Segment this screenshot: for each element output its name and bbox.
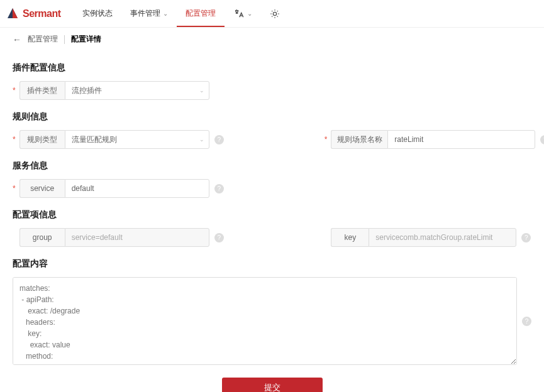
submit-button[interactable]: 提交 [222, 378, 323, 392]
rule-scene-field: * 规则场景名称 ? [325, 130, 544, 149]
rule-type-field: * 规则类型 ⌄ ? [13, 130, 224, 149]
theme-icon[interactable] [261, 0, 289, 27]
breadcrumb-current: 配置详情 [71, 34, 101, 45]
nav-event-management[interactable]: 事件管理⌄ [121, 0, 177, 27]
config-content-wrap: ? [13, 277, 531, 365]
section-rule-info: 规则信息 [13, 111, 531, 122]
nav-config-management[interactable]: 配置管理 [177, 0, 225, 27]
chevron-down-icon: ⌄ [163, 10, 168, 17]
required-mark: * [325, 135, 328, 144]
breadcrumb: ← 配置管理 配置详情 [0, 28, 544, 51]
app-header: Sermant 实例状态 事件管理⌄ 配置管理 ⌄ [0, 0, 544, 28]
config-content-textarea[interactable] [13, 277, 517, 365]
group-label: group [19, 228, 65, 247]
rule-type-label: 规则类型 [19, 130, 65, 149]
section-service-info: 服务信息 [13, 160, 531, 172]
nav-instance-status[interactable]: 实例状态 [74, 0, 121, 27]
section-config-content: 配置内容 [13, 258, 531, 270]
section-config-item: 配置项信息 [13, 209, 531, 220]
svg-point-0 [273, 12, 276, 15]
service-label: service [19, 179, 65, 198]
help-icon[interactable]: ? [214, 135, 224, 144]
brand-text: Sermant [23, 8, 61, 19]
logo: Sermant [6, 8, 61, 20]
section-plugin-info: 插件配置信息 [13, 62, 531, 74]
plugin-type-input[interactable] [65, 81, 209, 100]
required-mark: * [13, 184, 16, 193]
required-mark: * [13, 86, 16, 95]
help-icon[interactable]: ? [522, 317, 531, 326]
rule-type-select[interactable]: ⌄ [65, 130, 209, 149]
plugin-type-select[interactable]: ⌄ [65, 81, 209, 100]
language-icon[interactable]: ⌄ [225, 0, 261, 27]
help-icon[interactable]: ? [521, 233, 531, 242]
service-field: * service ? [13, 179, 224, 198]
key-field: * key ? [325, 228, 531, 247]
submit-row: 提交 [13, 378, 531, 392]
help-icon[interactable]: ? [540, 135, 544, 144]
breadcrumb-parent[interactable]: 配置管理 [28, 34, 58, 45]
key-input [369, 228, 516, 247]
help-icon[interactable]: ? [214, 184, 224, 193]
plugin-type-label: 插件类型 [19, 81, 65, 100]
back-arrow-icon[interactable]: ← [13, 35, 21, 45]
main-nav: 实例状态 事件管理⌄ 配置管理 ⌄ [74, 0, 289, 27]
help-icon[interactable]: ? [214, 233, 224, 242]
key-label: key [331, 228, 369, 247]
breadcrumb-separator [64, 35, 65, 44]
service-input[interactable] [65, 179, 209, 198]
group-field: * group ? [13, 228, 224, 247]
rule-scene-label: 规则场景名称 [331, 130, 387, 149]
logo-icon [6, 8, 19, 20]
rule-scene-input[interactable] [387, 130, 535, 149]
rule-type-input[interactable] [65, 130, 209, 149]
plugin-type-field: * 插件类型 ⌄ [13, 81, 209, 100]
group-input [65, 228, 209, 247]
chevron-down-icon: ⌄ [247, 10, 252, 17]
main-content: 插件配置信息 * 插件类型 ⌄ 规则信息 * 规则类型 ⌄ ? * 规则场景名称… [0, 62, 544, 392]
required-mark: * [13, 135, 16, 144]
